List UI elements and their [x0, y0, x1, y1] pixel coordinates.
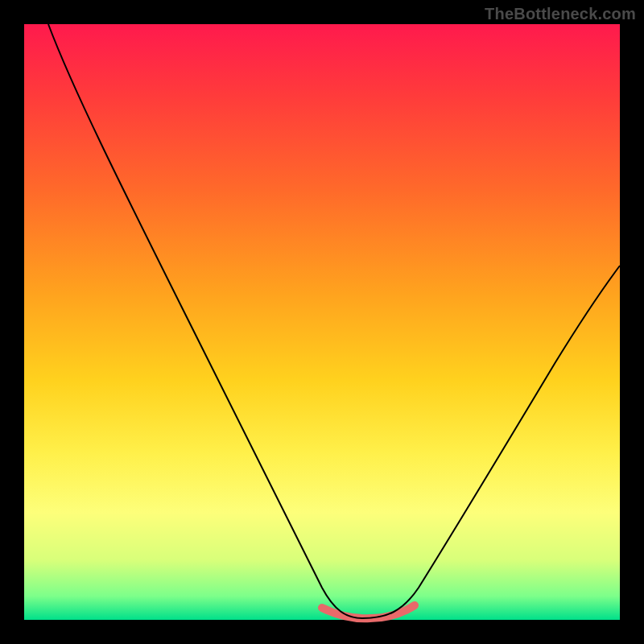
plot-area: [24, 24, 620, 620]
curve-right-branch: [362, 266, 620, 618]
curve-left-branch: [48, 24, 362, 618]
watermark-text: TheBottleneck.com: [485, 5, 636, 23]
curve-layer: [24, 24, 620, 620]
chart-frame: TheBottleneck.com: [0, 0, 644, 644]
